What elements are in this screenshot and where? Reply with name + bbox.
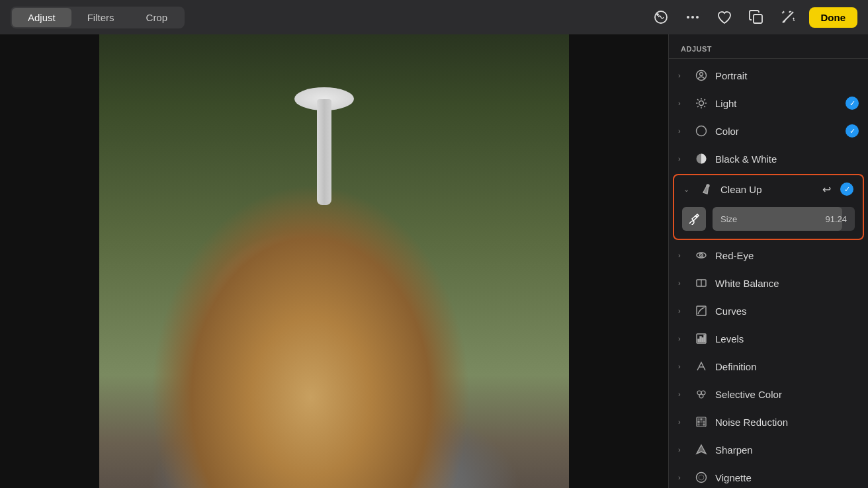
sidebar-item-sharpen[interactable]: › Sharpen: [669, 436, 868, 464]
red-eye-icon: [694, 248, 709, 263]
sidebar-item-selective-color[interactable]: › Selective Color: [669, 380, 868, 408]
chevron-right-icon: ›: [678, 251, 687, 259]
svg-rect-42: [698, 424, 699, 425]
svg-line-13: [697, 99, 699, 101]
light-check-badge: ✓: [846, 97, 859, 110]
svg-rect-44: [703, 424, 705, 425]
sidebar-item-curves[interactable]: › Curves: [669, 297, 868, 325]
chevron-right-icon: ›: [678, 99, 687, 107]
sidebar-item-bw-label: Black & White: [715, 153, 859, 165]
chevron-right-icon: ›: [678, 390, 687, 398]
sidebar-item-wb-label: White Balance: [715, 278, 859, 289]
sidebar-item-light-label: Light: [715, 98, 839, 109]
top-bar: Adjust Filters Crop: [0, 0, 868, 34]
cleanup-actions: ↩ ✓: [819, 182, 853, 196]
chevron-right-icon: ›: [678, 71, 687, 79]
sidebar-item-definition[interactable]: › Definition: [669, 352, 868, 380]
svg-rect-30: [704, 335, 705, 342]
sidebar-item-color-label: Color: [715, 126, 839, 137]
sidebar-item-vignette-label: Vignette: [715, 472, 859, 483]
svg-rect-28: [700, 337, 701, 342]
svg-point-7: [700, 73, 703, 76]
vignette-icon: [694, 470, 709, 485]
sidebar-item-vignette[interactable]: › Vignette: [669, 464, 868, 488]
sidebar-item-white-balance[interactable]: › White Balance: [669, 269, 868, 297]
sidebar-item-light[interactable]: › Light ✓: [669, 89, 868, 117]
svg-point-4: [696, 16, 699, 19]
chevron-right-icon: ›: [678, 335, 687, 343]
chevron-down-icon: ⌄: [683, 185, 693, 194]
sidebar-item-color[interactable]: › Color ✓: [669, 117, 868, 145]
svg-point-17: [697, 126, 707, 136]
tab-adjust[interactable]: Adjust: [12, 8, 71, 27]
sharpen-icon: [694, 442, 709, 457]
main-content: ADJUST › Portrait ›: [0, 34, 868, 488]
noise-reduction-icon: [694, 415, 709, 429]
photo-canvas: [99, 34, 569, 488]
cleanup-label: Clean Up: [720, 184, 812, 195]
sidebar-item-cleanup: ⌄ Clean Up ↩ ✓: [673, 174, 864, 240]
svg-rect-38: [703, 419, 705, 420]
svg-line-16: [697, 106, 699, 107]
sidebar-item-levels[interactable]: › Levels: [669, 325, 868, 352]
color-check-badge: ✓: [846, 124, 859, 138]
favorites-icon[interactable]: [714, 7, 735, 28]
definition-icon: [694, 359, 709, 374]
tab-crop[interactable]: Crop: [130, 8, 184, 27]
sidebar-item-black-white[interactable]: › Black & White: [669, 145, 868, 173]
chevron-right-icon: ›: [678, 279, 687, 287]
chevron-right-icon: ›: [678, 418, 687, 426]
sidebar-item-noise-reduction[interactable]: › Noise Reduction: [669, 408, 868, 436]
undo-button[interactable]: ↩: [819, 182, 834, 196]
done-button[interactable]: Done: [809, 7, 858, 28]
sidebar-item-levels-label: Levels: [715, 333, 859, 345]
tab-group: Adjust Filters Crop: [11, 7, 185, 28]
selective-color-icon: [694, 387, 709, 401]
svg-rect-39: [698, 421, 699, 423]
size-label: Size: [720, 214, 737, 224]
light-icon: [694, 96, 709, 110]
size-value: 91.24: [825, 214, 847, 224]
svg-rect-5: [754, 15, 762, 23]
sidebar-header: ADJUST: [669, 34, 868, 59]
sidebar: ADJUST › Portrait ›: [668, 34, 868, 488]
smartfix-icon[interactable]: [650, 7, 672, 28]
sidebar-item-curves-label: Curves: [715, 305, 859, 317]
sidebar-item-red-eye[interactable]: › Red-Eye: [669, 241, 868, 269]
curves-icon: [694, 304, 709, 318]
magic-wand-icon[interactable]: [777, 7, 799, 28]
svg-rect-37: [701, 419, 702, 420]
toolbar-icons: Done: [650, 7, 858, 28]
svg-point-8: [699, 101, 704, 106]
cleanup-header[interactable]: ⌄ Clean Up ↩ ✓: [674, 175, 863, 203]
brush-tool-button[interactable]: [682, 207, 706, 231]
svg-point-1: [657, 14, 658, 15]
cleanup-controls: Size 91.24: [674, 203, 863, 239]
svg-rect-36: [698, 419, 699, 420]
chevron-right-icon: ›: [678, 473, 687, 481]
chevron-right-icon: ›: [678, 155, 687, 163]
color-icon: [694, 124, 709, 138]
levels-icon: [694, 331, 709, 346]
svg-rect-43: [701, 424, 702, 425]
sidebar-item-portrait[interactable]: › Portrait: [669, 61, 868, 89]
sidebar-item-sc-label: Selective Color: [715, 389, 859, 400]
tab-filters[interactable]: Filters: [71, 8, 130, 27]
chevron-right-icon: ›: [678, 127, 687, 135]
chevron-right-icon: ›: [678, 362, 687, 370]
sidebar-item-definition-label: Definition: [715, 361, 859, 372]
white-balance-icon: [694, 276, 709, 290]
cleanup-icon: [699, 182, 714, 196]
sidebar-item-nr-label: Noise Reduction: [715, 417, 859, 428]
svg-rect-41: [703, 421, 705, 423]
black-white-icon: [694, 151, 709, 166]
portrait-icon: [694, 68, 709, 83]
duplicate-icon[interactable]: [746, 7, 767, 28]
svg-line-14: [704, 106, 705, 107]
cleanup-check-badge: ✓: [840, 183, 853, 196]
svg-rect-40: [701, 421, 702, 423]
svg-rect-29: [702, 338, 703, 342]
chevron-right-icon: ›: [678, 307, 687, 315]
more-icon[interactable]: [682, 7, 703, 28]
size-slider[interactable]: Size 91.24: [713, 207, 855, 231]
